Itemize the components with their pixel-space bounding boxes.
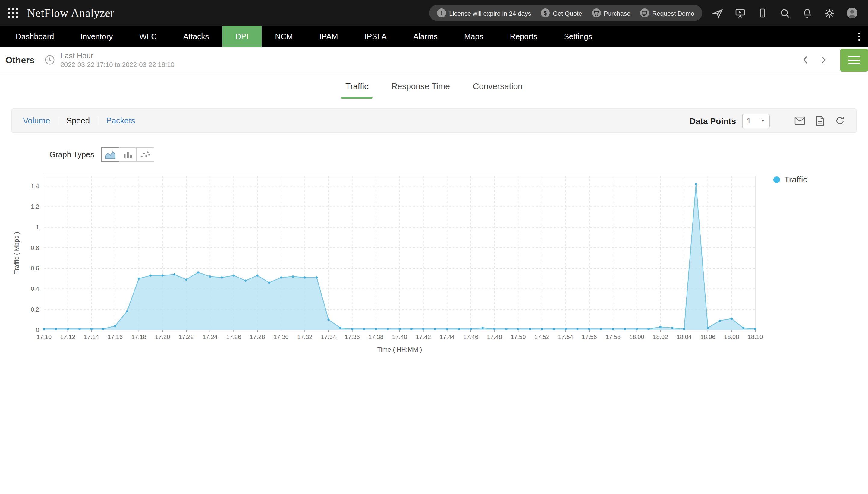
nav-item-alarms[interactable]: Alarms (400, 26, 451, 47)
clock-icon[interactable] (45, 55, 55, 65)
svg-text:17:56: 17:56 (582, 334, 597, 340)
graph-types-row: Graph Types (50, 147, 868, 162)
user-avatar[interactable] (846, 7, 858, 19)
nav-item-ipam[interactable]: IPAM (306, 26, 351, 47)
traffic-area-chart: 00.20.40.60.811.21.417:1017:1217:1417:16… (11, 170, 769, 359)
previous-period-button[interactable] (796, 47, 814, 73)
nav-item-ipsla[interactable]: IPSLA (351, 26, 400, 47)
svg-text:1: 1 (36, 224, 39, 231)
svg-text:0: 0 (36, 327, 39, 333)
main-nav: Dashboard Inventory WLC Attacks DPI NCM … (0, 26, 868, 47)
legend-label: Traffic (784, 175, 807, 184)
svg-text:17:32: 17:32 (297, 334, 312, 340)
notifications-bell-icon[interactable] (802, 7, 813, 18)
apps-grid-icon[interactable] (8, 8, 18, 18)
svg-text:17:12: 17:12 (60, 334, 75, 340)
refresh-icon[interactable] (835, 116, 845, 126)
chart-toolbar: Volume Speed Packets Data Points 1 ▼ (12, 108, 856, 133)
svg-text:17:38: 17:38 (368, 334, 383, 340)
scatter-chart-icon (140, 150, 151, 159)
get-quote-label: Get Quote (553, 10, 582, 17)
svg-text:17:10: 17:10 (36, 334, 52, 340)
toolbar-right: Data Points 1 ▼ (690, 113, 845, 128)
license-banner[interactable]: ! License will expire in 24 days (432, 8, 536, 17)
subheader: Others Last Hour 2022-03-22 17:10 to 202… (0, 47, 868, 73)
svg-text:17:14: 17:14 (84, 334, 99, 340)
data-points-label: Data Points (690, 116, 736, 126)
report-menu-button[interactable] (840, 49, 868, 71)
export-pdf-icon[interactable] (816, 116, 825, 126)
purchase-label: Purchase (604, 10, 631, 17)
topbar-right: ! License will expire in 24 days $ Get Q… (429, 5, 860, 21)
svg-text:1.4: 1.4 (31, 183, 39, 189)
svg-text:17:28: 17:28 (250, 334, 265, 340)
legend-dot (773, 176, 780, 183)
svg-text:18:02: 18:02 (653, 334, 668, 340)
nav-item-settings[interactable]: Settings (550, 26, 605, 47)
svg-text:18:04: 18:04 (676, 334, 692, 340)
nav-item-reports[interactable]: Reports (497, 26, 550, 47)
email-report-icon[interactable] (794, 116, 805, 125)
nav-overflow-kebab-icon[interactable] (858, 26, 860, 47)
cart-icon (592, 8, 601, 17)
nav-item-attacks[interactable]: Attacks (170, 26, 222, 47)
nav-item-inventory[interactable]: Inventory (67, 26, 126, 47)
legend-item-traffic[interactable]: Traffic (773, 175, 807, 184)
license-icon: ! (437, 8, 446, 17)
settings-gear-icon[interactable] (824, 7, 835, 18)
metric-packets-link[interactable]: Packets (106, 116, 135, 125)
license-banner-label: License will expire in 24 days (449, 10, 531, 17)
svg-text:18:08: 18:08 (724, 334, 739, 340)
nav-item-dpi[interactable]: DPI (222, 26, 261, 47)
nav-item-dashboard[interactable]: Dashboard (2, 26, 67, 47)
svg-text:17:34: 17:34 (321, 334, 336, 340)
svg-text:18:06: 18:06 (701, 334, 716, 340)
svg-text:0.8: 0.8 (31, 244, 39, 251)
get-quote-button[interactable]: $ Get Quote (536, 8, 587, 17)
hamburger-icon (848, 56, 860, 57)
subheader-actions (796, 47, 868, 73)
svg-text:17:18: 17:18 (131, 334, 146, 340)
presentation-icon[interactable] (735, 7, 746, 18)
svg-text:17:22: 17:22 (179, 334, 194, 340)
time-period[interactable]: Last Hour 2022-03-22 17:10 to 2022-03-22… (60, 52, 175, 68)
graph-type-scatter-button[interactable] (136, 147, 154, 162)
page-title: Others (5, 55, 35, 65)
quote-icon: $ (541, 8, 550, 17)
nav-item-ncm[interactable]: NCM (262, 26, 306, 47)
svg-text:17:40: 17:40 (392, 334, 407, 340)
nav-item-wlc[interactable]: WLC (126, 26, 170, 47)
graph-type-bar-button[interactable] (119, 147, 137, 162)
graph-types-label: Graph Types (50, 150, 94, 159)
svg-text:17:26: 17:26 (226, 334, 241, 340)
svg-text:18:00: 18:00 (629, 334, 644, 340)
send-feedback-icon[interactable] (712, 7, 723, 18)
svg-text:17:42: 17:42 (416, 334, 431, 340)
divider (58, 116, 58, 125)
top-icons (712, 7, 860, 19)
svg-text:17:36: 17:36 (345, 334, 360, 340)
tab-traffic[interactable]: Traffic (345, 73, 368, 99)
mobile-app-icon[interactable] (757, 7, 768, 18)
svg-text:Traffic ( Mbps ): Traffic ( Mbps ) (13, 232, 20, 274)
tab-response-time[interactable]: Response Time (391, 73, 450, 99)
svg-text:17:48: 17:48 (487, 334, 502, 340)
header-pill-group: ! License will expire in 24 days $ Get Q… (429, 5, 702, 21)
svg-text:17:50: 17:50 (510, 334, 526, 340)
tab-conversation[interactable]: Conversation (473, 73, 523, 99)
data-points-select[interactable]: 1 ▼ (742, 113, 770, 128)
metric-volume-link[interactable]: Volume (23, 116, 50, 125)
search-icon[interactable] (779, 7, 790, 18)
svg-text:17:52: 17:52 (535, 334, 549, 340)
svg-text:17:44: 17:44 (439, 334, 454, 340)
request-demo-label: Request Demo (652, 10, 694, 17)
app-title: NetFlow Analyzer (27, 6, 114, 20)
data-points-value: 1 (747, 116, 751, 125)
svg-text:17:20: 17:20 (155, 334, 170, 340)
divider (98, 116, 98, 125)
next-period-button[interactable] (814, 47, 832, 73)
graph-type-area-button[interactable] (101, 147, 119, 162)
nav-item-maps[interactable]: Maps (451, 26, 497, 47)
request-demo-button[interactable]: Request Demo (635, 8, 699, 17)
purchase-button[interactable]: Purchase (587, 8, 635, 17)
